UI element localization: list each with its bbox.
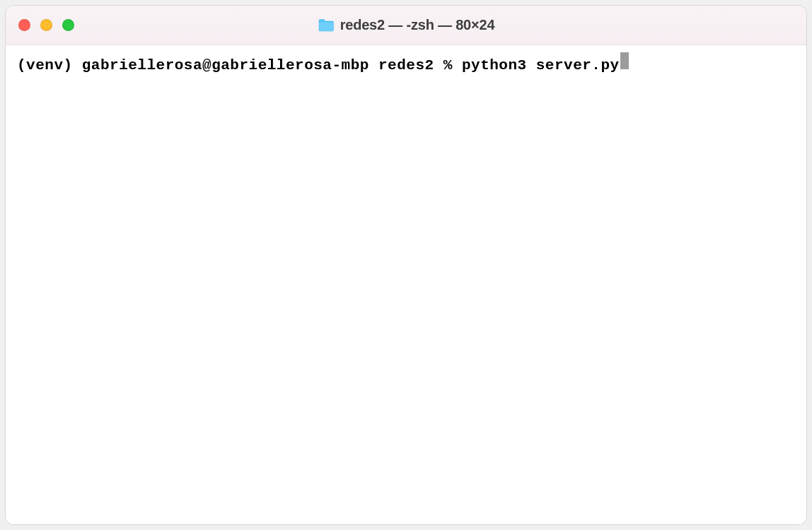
close-button[interactable] xyxy=(18,19,30,31)
folder-icon xyxy=(318,18,335,33)
terminal-body[interactable]: (venv) gabriellerosa@gabriellerosa-mbp r… xyxy=(6,45,806,524)
prompt-directory: redes2 xyxy=(378,56,443,75)
title-area: redes2 — -zsh — 80×24 xyxy=(318,17,495,33)
cursor xyxy=(620,52,629,69)
command-input[interactable]: python3 server.py xyxy=(462,56,620,75)
traffic-lights xyxy=(6,19,74,31)
maximize-button[interactable] xyxy=(62,19,74,31)
window-title: redes2 — -zsh — 80×24 xyxy=(340,17,495,33)
minimize-button[interactable] xyxy=(40,19,52,31)
terminal-window: redes2 — -zsh — 80×24 (venv) gabriellero… xyxy=(6,6,806,524)
terminal-line: (venv) gabriellerosa@gabriellerosa-mbp r… xyxy=(17,52,795,75)
prompt-user-host: gabriellerosa@gabriellerosa-mbp xyxy=(82,56,378,75)
titlebar[interactable]: redes2 — -zsh — 80×24 xyxy=(6,6,806,45)
prompt-symbol: % xyxy=(443,56,462,75)
prompt-venv: (venv) xyxy=(17,56,82,75)
